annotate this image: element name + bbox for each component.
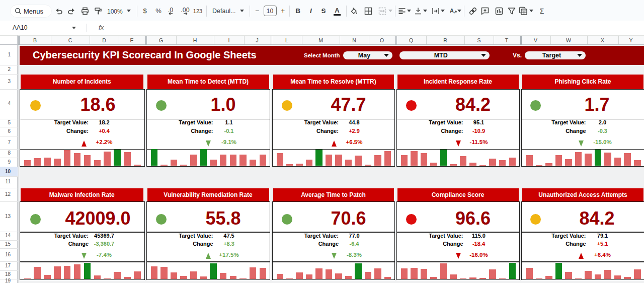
svg-text:A: A	[450, 8, 454, 14]
